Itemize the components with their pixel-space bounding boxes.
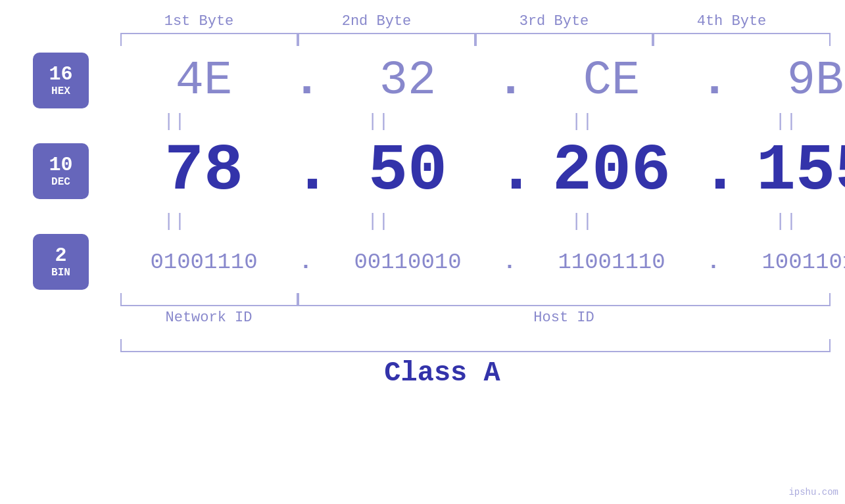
bin-badge-number: 2 [55,245,66,267]
bracket-top-1 [120,33,298,46]
labels-row: Network ID Host ID [120,309,831,326]
bin-dot-2: . [496,250,523,275]
dec-badge-label: DEC [51,176,70,188]
bin-values: 01001110 . 00110010 . 11001110 . 1001101… [115,250,845,275]
bracket-top-2 [298,33,475,46]
main-container: 1st Byte 2nd Byte 3rd Byte 4th Byte 16 H… [0,0,845,504]
equals-2-b2: || [289,211,467,231]
byte-header-1: 1st Byte [110,13,288,30]
hex-dot-3: . [700,54,727,108]
bin-byte-2: 00110010 [319,250,496,275]
equals-2-b1: || [85,211,263,231]
byte-header-3: 3rd Byte [466,13,643,30]
bracket-top-3 [475,33,653,46]
hex-byte-3: CE [523,54,700,108]
hex-badge: 16 HEX [33,53,89,108]
bin-byte-4: 10011011 [727,250,845,275]
class-bracket [120,339,831,352]
top-brackets [120,33,831,46]
equals-1-b2: || [289,111,467,131]
dec-row: 10 DEC 78 . 50 . 206 . 155 [0,134,845,208]
bin-dot-3: . [700,250,727,275]
equals-1-b4: || [697,111,845,131]
class-label-row: Class A [20,357,845,389]
bottom-brackets [120,293,831,306]
host-id-label: Host ID [298,309,831,326]
network-id-label: Network ID [120,309,298,326]
equals-1-b1: || [85,111,263,131]
bracket-bottom-network [120,293,298,306]
bin-dot-1: . [293,250,319,275]
dec-badge: 10 DEC [33,143,89,199]
dec-byte-2: 50 [319,134,496,208]
dec-values: 78 . 50 . 206 . 155 [115,134,845,208]
equals-1-b3: || [493,111,671,131]
bin-byte-3: 11001110 [523,250,700,275]
bin-byte-1: 01001110 [115,250,293,275]
bin-row: 2 BIN 01001110 . 00110010 . 11001110 . 1… [0,234,845,290]
bracket-top-4 [653,33,831,46]
hex-byte-2: 32 [319,54,496,108]
hex-row: 16 HEX 4E . 32 . CE . 9B [0,53,845,108]
dec-byte-3: 206 [523,134,700,208]
hex-dot-2: . [496,54,523,108]
bracket-bottom-host [298,293,831,306]
byte-headers-row: 1st Byte 2nd Byte 3rd Byte 4th Byte [43,13,845,30]
dec-dot-3: . [700,134,727,208]
bin-badge: 2 BIN [33,234,89,290]
bin-badge-label: BIN [51,267,70,279]
hex-byte-4: 9B [727,54,845,108]
watermark: ipshu.com [788,487,838,497]
dec-dot-1: . [293,134,319,208]
hex-byte-1: 4E [115,54,293,108]
hex-values: 4E . 32 . CE . 9B [115,54,845,108]
equals-row-2: || || || || [85,211,845,231]
dec-byte-1: 78 [115,134,293,208]
dec-badge-number: 10 [49,154,72,176]
class-label: Class A [384,357,500,389]
hex-dot-1: . [293,54,319,108]
equals-2-b4: || [697,211,845,231]
equals-row-1: || || || || [85,111,845,131]
hex-badge-number: 16 [49,64,72,85]
hex-badge-label: HEX [51,85,70,97]
byte-header-2: 2nd Byte [288,13,466,30]
byte-header-4: 4th Byte [643,13,821,30]
dec-dot-2: . [496,134,523,208]
dec-byte-4: 155 [727,134,845,208]
equals-2-b3: || [493,211,671,231]
